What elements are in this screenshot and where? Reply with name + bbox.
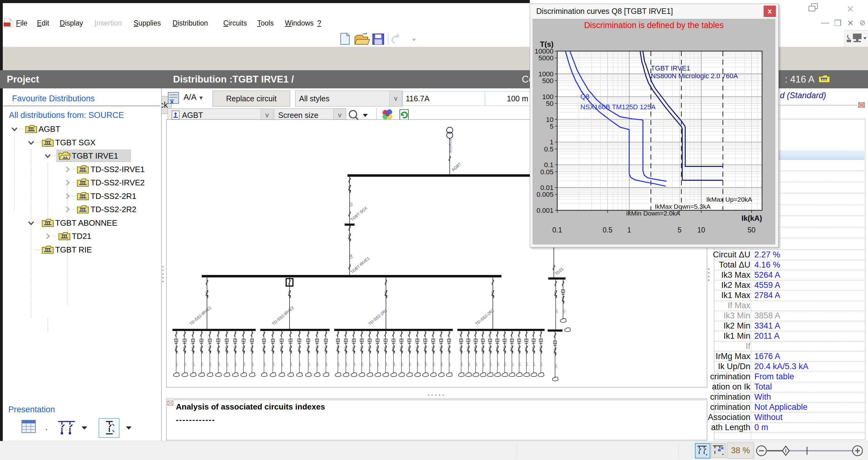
schematic-label: Q18 — [235, 362, 237, 366]
current-badge: : 416 A — [785, 70, 815, 88]
current-input[interactable]: 116.7A — [402, 91, 487, 106]
y-tick-label: 0.005 — [536, 191, 554, 198]
result-label: IrMg Max — [716, 352, 750, 361]
tree-item-tgbt-rie[interactable]: TGBT RIE — [3, 243, 161, 256]
chevron-right-icon[interactable] — [63, 165, 72, 174]
tree-item-td-ss2-2r2[interactable]: TD-SS2-2R2 — [3, 203, 161, 216]
detailed-view-toggle[interactable] — [711, 443, 726, 458]
schematic-label: Q73 — [526, 362, 528, 366]
result-label: crimination — [710, 402, 750, 412]
oneline-view-toggle[interactable] — [695, 443, 710, 458]
schematic-label: Q13 — [192, 362, 195, 366]
analysis-panel: Analysis of associated circuits indexes … — [166, 399, 707, 440]
tree-item-td-ss2-irve2[interactable]: TD-SS2-IRVE2 — [3, 176, 161, 189]
zoom-slider[interactable] — [755, 443, 863, 458]
menu-item-distribution[interactable]: Distribution — [173, 19, 208, 27]
result-value: 1676 A — [754, 352, 780, 361]
circuit-dropdown-icon[interactable] — [126, 426, 131, 429]
schematic-label: Q11 — [176, 362, 178, 366]
schematic-label: Q36 — [361, 362, 364, 366]
schematic-label: Q33 — [337, 362, 340, 366]
result-value: 3341 A — [754, 321, 780, 331]
tree-item-tgbt-irve1[interactable]: TGBT IRVE1 — [3, 150, 161, 162]
menu-item-tools[interactable]: Tools — [257, 19, 274, 27]
schematic-label: Q27 — [281, 362, 283, 366]
schematic-label: Q26 — [272, 362, 275, 366]
result-row: Ik1 Min2011 A — [714, 331, 864, 341]
styles-combo[interactable]: All stylesv — [295, 91, 402, 106]
discrimination-dialog: Discrimination curves Q8 [TGBT IRVE1] x … — [530, 4, 779, 248]
distribution-folder-icon — [41, 245, 54, 255]
chevron-down-icon[interactable] — [10, 125, 19, 133]
restore-icon[interactable]: ❐ — [834, 19, 841, 28]
distribution-folder-icon — [77, 164, 89, 174]
project-panel-header: Project — [0, 70, 163, 88]
result-label: Association — [708, 413, 750, 422]
result-value: 2011 A — [754, 331, 780, 341]
menu-item-circuits[interactable]: Circuits — [223, 19, 247, 27]
aa-ratio-button[interactable]: A/A ▼ — [184, 92, 204, 102]
replace-circuit-button[interactable]: Replace circuit — [213, 91, 290, 106]
chevron-down-icon[interactable] — [27, 219, 35, 227]
horizontal-splitter[interactable] — [427, 394, 448, 397]
oneline-dropdown-icon[interactable] — [82, 426, 87, 429]
schematic-label: Q35 — [353, 362, 356, 366]
undo-dropdown-icon — [412, 39, 416, 41]
distribution-folder-icon — [77, 204, 89, 214]
schematic-label: Q15 — [209, 362, 212, 366]
quick-access-toolbar[interactable] — [339, 32, 416, 45]
menu-item-file[interactable]: File — [16, 19, 27, 27]
tree-item-td21[interactable]: TD21 — [3, 230, 161, 242]
right-splitter[interactable] — [707, 267, 710, 286]
menu-item-supplies[interactable]: Supplies — [134, 19, 161, 27]
discrimination-chart: TGBT IRVE1NS800N Micrologic 2.0 760AQ8NS… — [533, 19, 775, 244]
collapse-ribbon-icon[interactable]: ⊘ — [859, 19, 866, 27]
chevron-down-icon[interactable] — [43, 152, 52, 160]
tree-item-td-ss2-2r1[interactable]: TD-SS2-2R1 — [3, 190, 161, 202]
result-value: Not Applicable — [754, 402, 808, 412]
minimize-icon[interactable]: — — [821, 18, 829, 27]
x-axis-title: Ik(kA) — [741, 214, 762, 222]
chevron-right-icon[interactable] — [63, 192, 72, 200]
schematic-label: TD21 — [554, 266, 564, 276]
dialog-close-button[interactable]: x — [764, 5, 776, 17]
menu-item-?[interactable]: ? — [317, 19, 321, 27]
chevron-down-icon[interactable] — [27, 138, 35, 147]
length-input[interactable]: 100 m — [485, 91, 532, 106]
result-value: From table — [754, 372, 794, 382]
oneline-view-icon[interactable] — [58, 422, 75, 434]
schematic-label: Q43 — [417, 362, 419, 366]
open-folder-icon — [355, 33, 370, 44]
dialog-title: Discrimination curves Q8 [TGBT IRVE1] — [536, 7, 673, 16]
circuit-view-button[interactable] — [99, 419, 119, 437]
menu-item-display[interactable]: Display — [60, 19, 83, 27]
menu-item-windows[interactable]: Windows — [285, 19, 314, 27]
result-row: Ik1 Max2784 A — [714, 290, 864, 301]
menu-item-edit[interactable]: Edit — [37, 19, 49, 27]
distribution-folder-icon[interactable] — [818, 74, 830, 84]
envelope-icon[interactable] — [167, 400, 174, 406]
workspace-switch-button[interactable] — [845, 30, 868, 47]
chevron-right-icon[interactable] — [63, 178, 72, 187]
curve-label: NSX160B TM125D 125A — [580, 103, 656, 111]
screen-close-icon[interactable]: ✕ — [846, 4, 854, 14]
chevron-right-icon[interactable] — [43, 232, 52, 240]
table-view-icon[interactable] — [22, 420, 35, 433]
tree-item-td-ss2-irve1[interactable]: TD-SS2-IRVE1 — [3, 163, 161, 175]
envelope-icon[interactable] — [858, 102, 866, 109]
tree-item-agbt[interactable]: AGBT — [3, 123, 161, 135]
result-value: 20.4 kA/5.3 kA — [754, 362, 809, 371]
sidebar-divider — [3, 106, 160, 106]
menu-item-insertion[interactable]: Insertion — [95, 19, 122, 27]
tree-item-tgbt-abonnee[interactable]: TGBT ABONNEE — [3, 217, 161, 229]
chevron-right-icon[interactable] — [63, 205, 72, 214]
sidebar-splitter[interactable] — [161, 265, 164, 283]
close-icon[interactable]: ✕ — [847, 19, 854, 28]
distribution-folder-icon — [58, 231, 70, 241]
distribution-folder-icon — [77, 191, 89, 201]
tree-item-tgbt-sgx[interactable]: TGBT SGX — [3, 136, 161, 149]
cascade-windows-icon[interactable] — [808, 3, 819, 12]
favourite-distributions-link[interactable]: Favourite Distributions — [12, 94, 95, 103]
result-value: 3858 A — [754, 311, 780, 321]
display-mode-icon[interactable] — [167, 91, 181, 105]
